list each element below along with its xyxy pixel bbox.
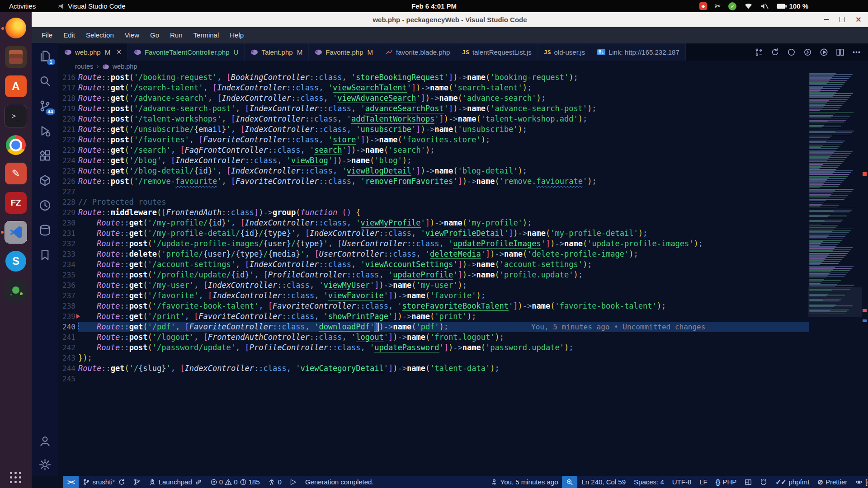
code-line-236[interactable]: 236 Route::get('/my-user', [IndexControl… — [58, 280, 868, 291]
activitybar-accounts[interactable] — [38, 433, 53, 449]
code-line-228[interactable]: 228// Protected routes — [58, 197, 868, 207]
recording-icon[interactable]: ◆ — [699, 2, 707, 10]
code-line-238[interactable]: 238 Route::post('/favorite-book-talent',… — [58, 301, 868, 311]
breadcrumb-folder[interactable]: routes — [75, 63, 93, 70]
code-line-229[interactable]: 229Route::middleware([FrontendAuth::clas… — [58, 207, 868, 218]
status-check-icon[interactable]: ✓ — [728, 2, 736, 10]
dock-item-firefox[interactable] — [5, 18, 26, 38]
status-github[interactable] — [756, 476, 771, 488]
code-line-245[interactable]: 245 — [58, 374, 868, 384]
tab-old-user-js[interactable]: JSold-user.js — [538, 43, 591, 61]
code-line-219[interactable]: 219Route::post('/advance-search-post', [… — [58, 103, 868, 114]
code-line-232[interactable]: 232 Route::post('/update-profile-images/… — [58, 239, 868, 249]
code-line-235[interactable]: 235 Route::post('/profile/update/{id}', … — [58, 270, 868, 280]
code-line-234[interactable]: 234 Route::get('/account-settings', [Ind… — [58, 259, 868, 270]
tab-web-php[interactable]: web.phpM✕ — [58, 43, 128, 61]
minimize-button[interactable] — [823, 16, 829, 23]
menu-terminal[interactable]: Terminal — [188, 29, 225, 41]
system-tray[interactable]: ◆ ✂ ✓ 100 % — [699, 2, 868, 10]
code-line-225[interactable]: 225Route::get('/blog-detail/{id}', [Inde… — [58, 166, 868, 176]
breadcrumb[interactable]: routes › web.php — [58, 61, 868, 72]
activitybar-explorer[interactable]: 1 — [38, 48, 53, 64]
code-line-224[interactable]: 224Route::get('/blog', [IndexController:… — [58, 155, 868, 166]
status-git-branch[interactable]: srushti* — [79, 476, 129, 488]
code-line-244[interactable]: 244Route::get('/{slug}', [IndexControlle… — [58, 363, 868, 374]
source-control-compare-icon[interactable] — [754, 47, 763, 56]
code-line-231[interactable]: 231 Route::get('/my-profile-detail/{id}/… — [58, 228, 868, 239]
dock-item-vscode[interactable] — [5, 221, 27, 243]
status-zoom[interactable] — [562, 476, 577, 488]
dock-item-skype[interactable]: S — [5, 251, 26, 272]
titlebar[interactable]: web.php - peckagencyWeb - Visual Studio … — [32, 12, 868, 27]
close-tab-icon[interactable]: ✕ — [116, 48, 122, 56]
code-line-223[interactable]: 223Route::get('/search', [FaqFrontContro… — [58, 145, 868, 155]
code-line-220[interactable]: 220Route::post('/talent-workshops', [Ind… — [58, 114, 868, 124]
menu-view[interactable]: View — [119, 29, 145, 41]
more-actions-icon[interactable] — [852, 47, 861, 56]
maximize-button[interactable] — [839, 16, 845, 23]
activitybar-bookmarks[interactable] — [38, 247, 53, 263]
menu-run[interactable]: Run — [165, 29, 188, 41]
status-prettier[interactable]: ⊘Prettier — [813, 476, 851, 488]
dock-item-archive[interactable] — [5, 46, 27, 68]
code-line-233[interactable]: 233 Route::delete('profile/{user}/{type}… — [58, 249, 868, 259]
dock-item-terminal[interactable]: >_ — [5, 105, 27, 127]
activitybar-extensions[interactable] — [38, 148, 53, 163]
status-feedback[interactable] — [286, 476, 301, 488]
scissors-icon[interactable]: ✂ — [715, 2, 721, 10]
activitybar-timeline[interactable] — [38, 197, 53, 213]
status-ports[interactable]: 0 — [264, 476, 286, 488]
activitybar-manage[interactable] — [38, 457, 53, 472]
tab-talent-php[interactable]: Talent.phpM — [245, 43, 309, 61]
code-line-240[interactable]: 240 Route::get('/pdf', [FavoriteControll… — [58, 322, 868, 332]
code-line-242[interactable]: 242 Route::post('/password/update', [Pro… — [58, 343, 868, 353]
discard-changes-icon[interactable] — [770, 47, 779, 56]
code-line-221[interactable]: 221Route::get('/unsubscribe/{email}', [I… — [58, 124, 868, 135]
menu-help[interactable]: Help — [224, 29, 249, 41]
status-gitlens-compare[interactable] — [129, 476, 145, 488]
code-line-239[interactable]: 239 Route::get('/print', [FavoriteContro… — [58, 311, 868, 322]
activitybar-database[interactable] — [38, 222, 53, 238]
overview-ruler[interactable] — [861, 72, 868, 476]
activitybar-source-control[interactable]: 44 — [38, 98, 53, 113]
volume-muted-icon[interactable] — [760, 3, 769, 10]
tab-favorite-php[interactable]: Favorite.phpM — [309, 43, 379, 61]
code-line-230[interactable]: 230 Route::get('/my-profile/{id}', [Inde… — [58, 218, 868, 228]
focused-app-indicator[interactable]: Visual Studio Code — [57, 2, 125, 10]
navigate-forward-icon[interactable] — [803, 47, 812, 56]
menu-selection[interactable]: Selection — [80, 29, 119, 41]
tab-link-http-165-232-187[interactable]: M↓Link: http://165.232.187 — [591, 43, 686, 61]
status-cursor-position[interactable]: Ln 240, Col 59 — [577, 476, 630, 488]
status-layout[interactable] — [741, 476, 756, 488]
status-eol[interactable]: LF — [695, 476, 712, 488]
status-screencast[interactable]: [off] — [851, 476, 868, 488]
status-indentation[interactable]: Spaces: 4 — [630, 476, 668, 488]
status-remote[interactable]: >< — [63, 476, 79, 488]
dock-item-software[interactable]: A — [5, 75, 27, 97]
show-applications-button[interactable] — [10, 472, 22, 483]
status-phpfmt[interactable]: ✓✓phpfmt — [771, 476, 813, 488]
code-line-241[interactable]: 241 Route::post('/logout', [FrontendAuth… — [58, 332, 868, 343]
activitybar-run-debug[interactable] — [38, 123, 53, 138]
code-line-227[interactable]: 227 — [58, 187, 868, 197]
code-line-218[interactable]: 218Route::get('/advance-search', [IndexC… — [58, 93, 868, 103]
activitybar-package[interactable] — [38, 173, 53, 188]
split-editor-icon[interactable] — [835, 47, 844, 56]
menu-edit[interactable]: Edit — [58, 29, 80, 41]
tab-favoritetalentcontroller-php[interactable]: FavoriteTalentController.phpU — [128, 43, 245, 61]
status-launchpad[interactable]: Launchpad — [145, 476, 206, 488]
code-line-237[interactable]: 237 Route::get('/favorite', [IndexContro… — [58, 291, 868, 301]
breadcrumb-file[interactable]: web.php — [113, 63, 137, 70]
navigate-back-icon[interactable] — [787, 47, 796, 56]
run-code-icon[interactable] — [819, 47, 828, 56]
code-line-217[interactable]: 217Route::get('/search-talent', [IndexCo… — [58, 83, 868, 93]
close-button[interactable]: ✕ — [855, 16, 862, 23]
activities-button[interactable]: Activities — [0, 2, 45, 10]
dock-item-marker[interactable]: ✎ — [5, 163, 27, 184]
menu-file[interactable]: File — [36, 29, 58, 41]
menu-go[interactable]: Go — [145, 29, 165, 41]
code-line-226[interactable]: 226Route::post('/remove-favourite', [Fav… — [58, 176, 868, 187]
code-line-216[interactable]: 216Route::post('/booking-request', [Book… — [58, 72, 868, 83]
activitybar-search[interactable] — [38, 73, 53, 89]
tab-favorite-blade-php[interactable]: favorite.blade.php — [379, 43, 456, 61]
